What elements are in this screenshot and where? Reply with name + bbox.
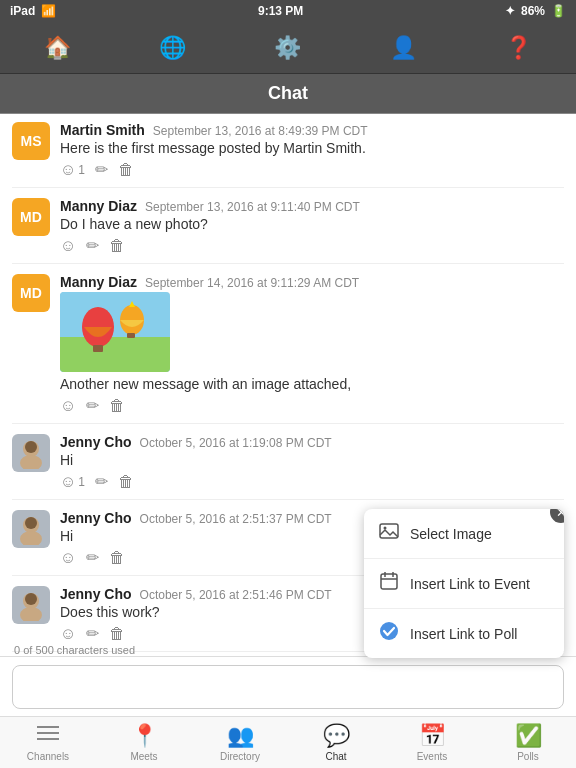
edit-button[interactable]: ✏ [95, 472, 108, 491]
svg-rect-3 [93, 345, 103, 352]
emoji-reaction-button[interactable]: ☺ 1 [60, 473, 85, 491]
globe-button[interactable]: 🌐 [151, 26, 195, 70]
time-display: 9:13 PM [258, 4, 303, 18]
emoji-reaction-button[interactable]: ☺ 1 [60, 161, 85, 179]
avatar: MD [12, 198, 50, 236]
edit-button[interactable]: ✏ [95, 160, 108, 179]
device-label: iPad [10, 4, 35, 18]
svg-rect-1 [60, 337, 170, 372]
page-header: Chat [0, 74, 576, 114]
table-row: Jenny Cho October 5, 2016 at 1:19:08 PM … [12, 434, 564, 500]
svg-point-8 [20, 455, 42, 469]
select-image-label: Select Image [410, 526, 492, 542]
image-icon [378, 521, 400, 546]
svg-point-9 [25, 441, 37, 453]
message-content: Manny Diaz September 13, 2016 at 9:11:40… [60, 198, 564, 255]
message-meta: Jenny Cho October 5, 2016 at 1:19:08 PM … [60, 434, 564, 450]
message-actions: ☺ ✏ 🗑 [60, 396, 564, 415]
emoji-reaction-button[interactable]: ☺ [60, 237, 76, 255]
avatar: MD [12, 274, 50, 312]
settings-button[interactable]: ⚙️ [266, 26, 310, 70]
polls-label: Polls [517, 751, 539, 762]
avatar [12, 586, 50, 624]
message-actions: ☺ 1 ✏ 🗑 [60, 472, 564, 491]
message-actions: ☺ ✏ 🗑 [60, 236, 564, 255]
image-content [60, 292, 170, 372]
edit-button[interactable]: ✏ [86, 236, 99, 255]
message-meta: Martin Smith September 13, 2016 at 8:49:… [60, 122, 564, 138]
chat-icon: 💬 [323, 723, 350, 749]
emoji-reaction-button[interactable]: ☺ [60, 397, 76, 415]
chat-nav-item[interactable]: 💬 Chat [288, 717, 384, 768]
directory-nav-item[interactable]: 👥 Directory [192, 717, 288, 768]
meets-nav-item[interactable]: 📍 Meets [96, 717, 192, 768]
hot-air-balloon-image [60, 292, 170, 372]
bottom-nav: Channels 📍 Meets 👥 Directory 💬 Chat 📅 Ev… [0, 716, 576, 768]
avatar [12, 434, 50, 472]
svg-point-12 [25, 517, 37, 529]
meets-label: Meets [130, 751, 157, 762]
message-author: Manny Diaz [60, 274, 137, 290]
help-button[interactable]: ❓ [496, 26, 540, 70]
polls-nav-item[interactable]: ✅ Polls [480, 717, 576, 768]
poll-svg-icon [379, 621, 399, 641]
channels-svg-icon [36, 723, 60, 743]
message-author: Jenny Cho [60, 434, 132, 450]
message-actions: ☺ 1 ✏ 🗑 [60, 160, 564, 179]
delete-button[interactable]: 🗑 [118, 473, 134, 491]
bluetooth-icon: ✦ [505, 4, 515, 18]
svg-rect-19 [380, 524, 398, 538]
edit-button[interactable]: ✏ [86, 624, 99, 643]
directory-label: Directory [220, 751, 260, 762]
message-text: Hi [60, 452, 564, 468]
svg-rect-5 [127, 333, 135, 338]
table-row: MD Manny Diaz September 14, 2016 at 9:11… [12, 274, 564, 424]
svg-point-14 [20, 607, 42, 621]
delete-button[interactable]: 🗑 [109, 549, 125, 567]
home-button[interactable]: 🏠 [36, 26, 80, 70]
chat-input[interactable] [12, 665, 564, 709]
insert-event-link-button[interactable]: Insert Link to Event [364, 559, 564, 609]
page-title: Chat [268, 83, 308, 104]
channels-nav-item[interactable]: Channels [0, 717, 96, 768]
events-label: Events [417, 751, 448, 762]
delete-button[interactable]: 🗑 [109, 397, 125, 415]
message-date: October 5, 2016 at 2:51:37 PM CDT [140, 512, 332, 526]
insert-poll-link-button[interactable]: Insert Link to Poll [364, 609, 564, 658]
emoji-reaction-button[interactable]: ☺ [60, 549, 76, 567]
message-image [60, 292, 170, 372]
meets-icon: 📍 [131, 723, 158, 749]
message-date: September 13, 2016 at 9:11:40 PM CDT [145, 200, 360, 214]
jenny-cho-avatar [15, 437, 47, 469]
char-count: 0 of 500 characters used [14, 644, 135, 656]
battery-icon: 🔋 [551, 4, 566, 18]
message-date: September 14, 2016 at 9:11:29 AM CDT [145, 276, 359, 290]
delete-button[interactable]: 🗑 [118, 161, 134, 179]
jenny-cho-avatar [15, 513, 47, 545]
attachment-popup-menu: ✕ Select Image Insert Link to Event [364, 509, 564, 658]
message-text: Do I have a new photo? [60, 216, 564, 232]
message-date: October 5, 2016 at 1:19:08 PM CDT [140, 436, 332, 450]
message-author: Martin Smith [60, 122, 145, 138]
emoji-reaction-button[interactable]: ☺ [60, 625, 76, 643]
message-content: Martin Smith September 13, 2016 at 8:49:… [60, 122, 564, 179]
event-svg-icon [379, 571, 399, 591]
message-author: Jenny Cho [60, 586, 132, 602]
chat-label: Chat [325, 751, 346, 762]
channels-label: Channels [27, 751, 69, 762]
message-text: Here is the first message posted by Mart… [60, 140, 564, 156]
message-meta: Manny Diaz September 13, 2016 at 9:11:40… [60, 198, 564, 214]
select-image-button[interactable]: Select Image [364, 509, 564, 559]
insert-event-label: Insert Link to Event [410, 576, 530, 592]
events-nav-item[interactable]: 📅 Events [384, 717, 480, 768]
profile-button[interactable]: 👤 [381, 26, 425, 70]
edit-button[interactable]: ✏ [86, 548, 99, 567]
wifi-icon: 📶 [41, 4, 56, 18]
status-right: ✦ 86% 🔋 [505, 4, 566, 18]
delete-button[interactable]: 🗑 [109, 625, 125, 643]
svg-point-15 [25, 593, 37, 605]
message-author: Manny Diaz [60, 198, 137, 214]
svg-point-11 [20, 531, 42, 545]
edit-button[interactable]: ✏ [86, 396, 99, 415]
delete-button[interactable]: 🗑 [109, 237, 125, 255]
